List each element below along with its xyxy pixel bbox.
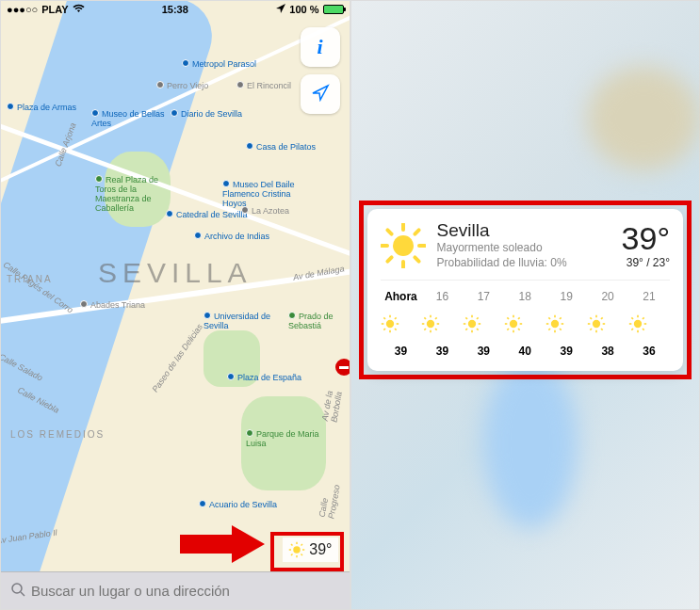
poi-museo-baile[interactable]: Museo Del Baile Flamenco Cristina Hoyos (222, 180, 307, 209)
poi-casa-pilatos[interactable]: Casa de Pilatos (246, 142, 316, 152)
weather-card-container: Sevilla Mayormente soleado Probabilidad … (359, 201, 692, 379)
weather-detail-pane: Sevilla Mayormente soleado Probabilidad … (350, 0, 701, 610)
weather-card[interactable]: Sevilla Mayormente soleado Probabilidad … (367, 209, 684, 371)
poi-label: Archivo de Indias (204, 232, 269, 241)
poi-archivo[interactable]: Archivo de Indias (194, 232, 269, 242)
svg-line-26 (383, 318, 385, 320)
recenter-button[interactable] (301, 74, 340, 114)
annotation-red-box: Sevilla Mayormente soleado Probabilidad … (359, 201, 692, 379)
poi-rinconcil[interactable]: El Rinconcil (236, 81, 291, 91)
hour-temp: 38 (587, 345, 628, 358)
poi-label: Plaza de España (237, 373, 301, 382)
svg-line-81 (643, 329, 644, 330)
svg-point-75 (634, 320, 642, 328)
svg-point-12 (393, 235, 414, 256)
poi-plaza-espana[interactable]: Plaza de España (227, 373, 301, 383)
poi-label: Acuario de Sevilla (209, 500, 277, 509)
poi-label: Diario de Sevilla (181, 109, 242, 119)
svg-line-62 (549, 318, 551, 320)
svg-line-54 (518, 329, 520, 330)
poi-label: La Azotea (252, 206, 289, 216)
svg-line-64 (549, 329, 551, 330)
poi-label: Catedral de Sevilla (176, 210, 248, 219)
svg-line-45 (477, 329, 479, 330)
svg-line-46 (466, 329, 468, 330)
info-icon: i (317, 35, 322, 59)
sun-icon (587, 314, 628, 333)
sun-icon (381, 314, 422, 333)
svg-line-47 (477, 318, 479, 320)
svg-line-72 (601, 329, 603, 330)
annotation-red-box (270, 532, 344, 571)
poi-plaza-toros[interactable]: Real Plaza de Toros de la Maestranza de … (95, 175, 180, 214)
annotation-arrow-icon (180, 525, 265, 567)
location-arrow-icon (311, 83, 330, 105)
poi-label: Parque de Maria Luisa (246, 429, 319, 448)
svg-line-38 (435, 318, 437, 320)
location-arrow-icon (276, 4, 285, 15)
hour-temp: 40 (504, 345, 545, 358)
svg-point-10 (12, 584, 22, 593)
poi-bellas-artes[interactable]: Museo de Bellas Artes (91, 109, 176, 129)
hour-temp: 39 (381, 345, 422, 358)
poi-prado[interactable]: Prado de Sebastiá (288, 312, 350, 331)
clock: 15:38 (162, 4, 188, 15)
svg-line-37 (425, 329, 427, 330)
hour-label: 18 (504, 290, 545, 303)
svg-line-73 (590, 329, 592, 330)
search-bar[interactable] (1, 571, 350, 609)
hour-label: 16 (421, 290, 463, 303)
svg-line-63 (560, 329, 562, 330)
svg-line-20 (415, 230, 418, 233)
blur-bg (483, 359, 578, 528)
hour-label: Ahora (381, 290, 422, 303)
hourly-forecast[interactable]: Ahora39163917391840193920382136 (381, 290, 671, 358)
svg-point-48 (510, 320, 517, 328)
svg-line-65 (560, 318, 562, 320)
poi-universidad[interactable]: Universidad de Sevilla (203, 312, 288, 331)
poi-azotea[interactable]: La Azotea (241, 206, 289, 217)
poi-catedral[interactable]: Catedral de Sevilla (166, 210, 248, 220)
sun-icon (381, 223, 426, 268)
no-entry-icon (335, 359, 350, 376)
svg-line-11 (21, 592, 24, 596)
wifi-icon (73, 4, 85, 15)
svg-line-29 (395, 318, 397, 320)
poi-acuario[interactable]: Acuario de Sevilla (199, 500, 277, 510)
svg-line-83 (643, 318, 644, 320)
poi-label: Museo Del Baile Flamenco Cristina Hoyos (222, 180, 295, 208)
poi-label: Real Plaza de Toros de la Maestranza de … (95, 175, 158, 213)
svg-line-35 (425, 318, 427, 320)
poi-label: Casa de Pilatos (256, 142, 316, 152)
svg-line-18 (415, 257, 418, 261)
weather-current-temp: 39° (622, 222, 670, 254)
svg-line-56 (518, 318, 520, 320)
poi-abades[interactable]: Abades Triana (80, 300, 145, 311)
poi-plaza-armas[interactable]: Plaza de Armas (7, 103, 76, 113)
svg-line-44 (466, 318, 468, 320)
poi-label: Abades Triana (90, 300, 145, 310)
signal-dots-icon: ●●●○○ (7, 4, 38, 15)
svg-point-30 (427, 320, 434, 328)
poi-label: Universidad de Sevilla (203, 312, 270, 330)
svg-line-17 (387, 230, 391, 233)
map-canvas[interactable]: SEVILLA TRIANA LOS REMEDIOS Plaza de Arm… (1, 1, 350, 609)
svg-point-39 (468, 320, 476, 328)
forecast-hour: 2136 (628, 290, 670, 358)
svg-line-80 (631, 318, 633, 320)
poi-parque-luisa[interactable]: Parque de Maria Luisa (246, 429, 331, 449)
poi-diario[interactable]: Diario de Sevilla (171, 109, 242, 120)
info-button[interactable]: i (301, 27, 340, 67)
svg-line-28 (383, 329, 385, 330)
forecast-hour: Ahora39 (381, 290, 422, 358)
poi-metropol[interactable]: Metropol Parasol (182, 59, 256, 70)
search-input[interactable] (31, 583, 340, 599)
forecast-hour: 1939 (545, 290, 587, 358)
poi-perro-viejo[interactable]: Perro Viejo (156, 81, 208, 91)
sun-icon (504, 314, 545, 333)
svg-line-71 (590, 318, 592, 320)
status-bar: ●●●○○ PLAY 15:38 100 % (1, 1, 350, 18)
svg-line-19 (387, 257, 391, 261)
forecast-hour: 2038 (587, 290, 628, 358)
svg-point-66 (593, 320, 600, 328)
